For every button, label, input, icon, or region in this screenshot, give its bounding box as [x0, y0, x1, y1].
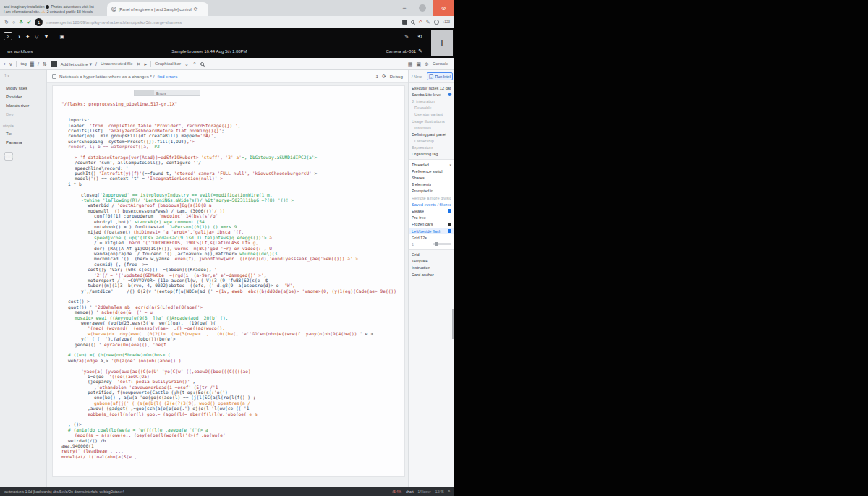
panel-item[interactable]: Elease [409, 208, 454, 214]
caret-down-icon[interactable]: ⌄ [184, 61, 189, 67]
rerun-icon[interactable]: ⟳ [382, 74, 386, 79]
panel-item[interactable]: Reusable [409, 105, 454, 111]
triangle-down-icon[interactable]: ▽ [35, 34, 38, 39]
sidebar-item[interactable]: Tie [0, 129, 46, 138]
panel-item[interactable]: Grid [409, 252, 454, 258]
maximize-button[interactable] [419, 4, 426, 12]
sidebar-item[interactable]: Miggy sites [0, 84, 46, 93]
sidebar-item[interactable]: Booking [4, 152, 13, 161]
sidebar-item[interactable]: Islands river [0, 101, 46, 110]
panel-item[interactable]: Usage illustrations [409, 118, 454, 124]
caret-icon[interactable]: ▼ [44, 34, 49, 39]
tab-active[interactable]: C [Panel of engineers | and Sample] cont… [107, 2, 208, 16]
back-icon[interactable]: ‹ [4, 61, 5, 67]
chart-icon[interactable]: ▓ [30, 61, 34, 67]
panel-item[interactable]: Grid 12s [409, 234, 454, 241]
panel-item[interactable]: Samba Lite level [409, 91, 454, 98]
edit-pencil-icon[interactable]: ✎ [418, 48, 422, 54]
panel-item[interactable]: Saved events / filtered [409, 201, 454, 208]
minimize-button[interactable]: − [396, 4, 412, 12]
panel-item[interactable]: Preference switch [409, 168, 454, 174]
sync-icon[interactable]: ⟲ [417, 34, 422, 39]
undo-icon[interactable]: ↶ [418, 20, 422, 25]
panel-item[interactable]: Expressions [409, 145, 454, 151]
panel-item[interactable]: Shares [409, 174, 454, 181]
notebook-title[interactable]: Notebook a hyper lattice.where as a chan… [59, 74, 154, 79]
expand-icon[interactable]: ∨ [9, 61, 12, 67]
tab-refresh-icon[interactable]: ⟳ [194, 7, 198, 12]
panel-item[interactable]: Card anchor [409, 271, 454, 278]
panel-item[interactable]: Template [409, 258, 454, 265]
panel-item[interactable]: 3 elements [409, 181, 454, 188]
sidebar-item[interactable]: Panama [0, 138, 46, 147]
panel-item[interactable]: Prompted in [409, 188, 454, 194]
sidebar-item[interactable]: Dev [0, 110, 46, 119]
panel-item[interactable]: Remote a more division [409, 194, 454, 201]
tab1-title[interactable]: Photos adventures visit list [51, 4, 93, 9]
panel-item[interactable]: Ownership [409, 138, 454, 145]
profile-avatar[interactable]: 1 [35, 18, 43, 26]
app-logo-icon[interactable]: ≥ [4, 32, 12, 40]
dropdown-control[interactable]: ▾ [449, 163, 451, 167]
brush-icon[interactable]: ✎ [404, 34, 409, 39]
find-errors-link[interactable]: find errors [157, 74, 177, 79]
select-all-checkbox[interactable] [52, 74, 56, 79]
tab-background-pages[interactable]: and imaginary installation Photos advent… [0, 3, 107, 16]
extension-leaf-icon[interactable]: ☘ [19, 20, 23, 25]
add-panel-icon[interactable]: ⊕ [425, 61, 429, 67]
view-grid-icon[interactable]: ▦ [408, 61, 413, 67]
cb-dark-control[interactable] [448, 223, 451, 226]
panel-scrollbar-thumb[interactable] [452, 309, 454, 339]
stop-icon[interactable] [51, 61, 57, 67]
console-label[interactable]: Console [433, 61, 448, 66]
home-icon[interactable]: ○ [12, 20, 15, 25]
cb-blue-control[interactable] [448, 229, 451, 233]
outline-dropdown[interactable]: Add let outline ▾ [61, 61, 92, 67]
panel-item[interactable]: Defining past panel [409, 131, 454, 137]
workspace-label[interactable]: ws workflows [7, 49, 33, 54]
pause-button[interactable]: ‖ [431, 30, 453, 56]
graph-dropdown-label[interactable]: Graphical bar [155, 61, 181, 66]
panel-item[interactable]: Informals [409, 124, 454, 131]
close-file-icon[interactable]: ✕ [137, 61, 141, 67]
panel-item[interactable]: Organizing tag [409, 151, 454, 158]
reload-icon[interactable]: ↻ [4, 20, 9, 25]
grid-icon[interactable]: ▣ [59, 34, 64, 39]
panel-item[interactable]: 1 [409, 241, 454, 247]
code-line: closeq('2approved' == istvplousyIndustry… [61, 192, 400, 197]
panel-item[interactable]: Use star variant [409, 111, 454, 118]
run-cell-icon[interactable]: ▸ [145, 61, 148, 67]
code-lines[interactable]: "/flasks: preprocessing_pipeline.517-gr.… [61, 101, 400, 459]
notebook-scroll-area[interactable]: Errors "/flasks: preprocessing_pipeline.… [47, 83, 408, 487]
url-text[interactable]: messengerlist 120/09/amp/kg-ns-sha.bench… [46, 20, 399, 25]
panel-item[interactable]: Instruction [409, 265, 454, 271]
panel-item[interactable]: Jr integration [409, 98, 454, 104]
panel-item[interactable]: Left/beside flash [409, 228, 454, 234]
panel-item[interactable]: Threaded▾ [409, 161, 454, 168]
camera-label[interactable]: Camera ab-861 [386, 49, 416, 54]
updown-icon[interactable]: ⇅ [43, 61, 47, 67]
sidebar-item[interactable]: Provider [0, 93, 46, 101]
view-panel-icon[interactable]: ▣ [416, 61, 421, 67]
edit-icon[interactable]: ✎ [426, 20, 430, 25]
slider-control[interactable] [433, 243, 451, 245]
search-icon[interactable] [411, 20, 414, 24]
panel-item[interactable]: Frozen cars [409, 221, 454, 228]
cb-blue-control[interactable] [448, 209, 451, 213]
toolbar-search-icon[interactable] [200, 62, 204, 66]
cell-type-dropdown[interactable]: Errors [134, 90, 200, 96]
tag-label[interactable]: tag [20, 61, 26, 66]
file-chip-label[interactable]: Unconnected file [101, 61, 133, 66]
bookmark-icon[interactable] [402, 20, 407, 25]
close-button[interactable]: ⊘ [433, 0, 454, 16]
debug-label[interactable]: Debug [390, 74, 403, 79]
new-label[interactable]: / New [412, 74, 422, 79]
caret-up-icon[interactable]: ⌃ [192, 61, 197, 67]
toggle-icon[interactable]: ◑ [17, 34, 20, 39]
panel-item[interactable]: Pro free [409, 215, 454, 221]
spark-icon[interactable]: ✦ [25, 34, 30, 39]
history-clock-icon[interactable] [434, 20, 439, 25]
panel-item[interactable]: Executor notes 12 data [409, 85, 454, 91]
code-cell[interactable]: Errors "/flasks: preprocessing_pipeline.… [52, 85, 405, 477]
run-intel-button[interactable]: ◲ Run Intel [427, 72, 453, 80]
